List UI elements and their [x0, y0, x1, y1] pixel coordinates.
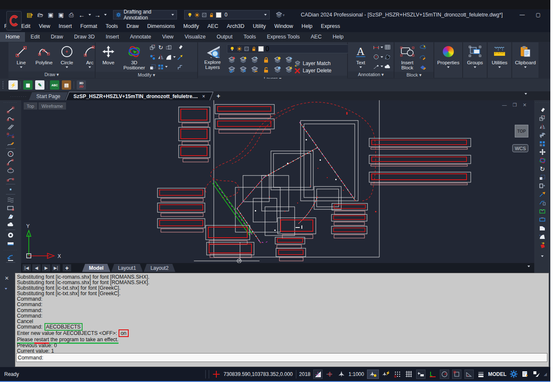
new-tab-button[interactable]: +: [217, 92, 221, 99]
ribbon-tab[interactable]: Draw 3D: [69, 32, 100, 42]
workspace-dropdown[interactable]: Drafting and Annotation: [113, 10, 177, 19]
ortho-mode-icon[interactable]: [428, 370, 437, 378]
tool-erase-icon[interactable]: [537, 106, 548, 114]
tool-donut-icon[interactable]: [5, 231, 16, 239]
snap-grid-dots-icon[interactable]: [393, 370, 402, 378]
layer-freeze2-icon[interactable]: [283, 55, 294, 64]
layer-vpfreeze-icon[interactable]: [272, 65, 283, 74]
ribbon-tab[interactable]: View: [157, 32, 179, 42]
scale-icon[interactable]: [149, 63, 156, 70]
viewport-view-label[interactable]: Top: [24, 102, 37, 110]
annotation-panel-footer[interactable]: Annotation ▾: [348, 71, 394, 78]
ribbon-tab[interactable]: Insert: [100, 32, 124, 42]
tool-dline-icon[interactable]: [5, 123, 16, 131]
layer-unisolate-icon[interactable]: [237, 55, 249, 64]
menu-item[interactable]: Format: [76, 21, 102, 31]
maximize-button[interactable]: ▢: [536, 12, 541, 18]
toolbar-grip[interactable]: [3, 81, 5, 89]
layer-on-all-icon[interactable]: [226, 65, 237, 74]
polar-tracking-icon[interactable]: [440, 370, 449, 379]
export-excel-icon[interactable]: ▦: [23, 80, 33, 90]
layer-merge-icon[interactable]: [283, 65, 294, 74]
last-tab-button[interactable]: ▶|: [52, 264, 60, 271]
stretch-icon[interactable]: [165, 44, 172, 51]
new-drawing-icon[interactable]: ▤✦: [26, 11, 33, 19]
viewport-style-label[interactable]: Wireframe: [39, 102, 66, 110]
dynamic-ucs-icon[interactable]: [313, 370, 323, 379]
menu-item[interactable]: Dimensions: [143, 21, 179, 31]
offset-icon[interactable]: [149, 54, 156, 60]
tool-fillet-icon[interactable]: [537, 233, 548, 241]
tool-circle-icon[interactable]: [5, 150, 16, 158]
doc-close-icon[interactable]: ✕: [523, 102, 527, 108]
layer-isolate-icon[interactable]: [226, 55, 237, 64]
layer-freeze-icon[interactable]: [249, 55, 260, 64]
clipboard-button[interactable]: Clipboard: [514, 43, 537, 77]
rotate-icon[interactable]: ↻: [157, 44, 164, 51]
tool-arc-icon[interactable]: [5, 158, 16, 166]
tool-named-views-icon[interactable]: [5, 253, 16, 261]
status-gear-icon[interactable]: [509, 370, 518, 378]
layer-unlock2-icon[interactable]: [260, 65, 271, 74]
text-button[interactable]: A Text: [350, 43, 372, 71]
tab-layout1[interactable]: Layout1: [111, 264, 143, 272]
tool-offset-icon[interactable]: [537, 131, 548, 139]
status-model-space[interactable]: MODEL: [488, 371, 506, 377]
command-input[interactable]: Command:: [16, 353, 547, 362]
tool-chamfer-icon[interactable]: [537, 224, 548, 232]
menu-item[interactable]: Utility: [249, 21, 270, 31]
fillet-icon[interactable]: [165, 54, 172, 60]
menu-item[interactable]: Modify: [179, 21, 203, 31]
menu-item[interactable]: Tools: [101, 21, 122, 31]
dimension-icon[interactable]: [373, 44, 380, 51]
tool-spline-icon[interactable]: [5, 131, 16, 139]
layer-walk-icon[interactable]: [237, 65, 249, 74]
ribbon-tab[interactable]: Express Tools: [261, 32, 305, 42]
tab-drawing[interactable]: SzSP_HSZR+HSZLV+15mTIN_dronozott_felulet…: [66, 92, 213, 100]
layer-delete-button[interactable]: Layer Delete: [294, 68, 331, 74]
tool-3d-positioner-icon[interactable]: [537, 156, 548, 164]
save-icon[interactable]: ▣: [47, 11, 54, 19]
lineweight-icon[interactable]: [477, 370, 485, 378]
layer-lock-icon[interactable]: [260, 55, 271, 64]
tool-plane-icon[interactable]: [5, 239, 16, 247]
tool-hatch-icon[interactable]: [5, 212, 16, 220]
tab-model[interactable]: Model: [82, 264, 110, 272]
tool-break-icon[interactable]: [537, 207, 548, 215]
mirror-icon[interactable]: [157, 54, 164, 60]
ribbon-tab[interactable]: AEC: [305, 32, 327, 42]
print-icon[interactable]: ⎙: [68, 11, 75, 19]
layer-match-button[interactable]: Layer Match: [294, 60, 331, 66]
tab-start-page[interactable]: Start Page: [29, 92, 68, 100]
ribbon-tab[interactable]: Help: [327, 32, 349, 42]
prev-tab-button[interactable]: ◀: [32, 264, 41, 271]
tool-copy-icon[interactable]: [537, 114, 548, 122]
open-icon[interactable]: 🗁: [36, 11, 44, 19]
menu-item[interactable]: Arch3D: [223, 21, 249, 31]
redo-icon[interactable]: →: [94, 11, 101, 19]
tab-close-icon[interactable]: ×: [202, 93, 205, 99]
ribbon-tab[interactable]: Visualize: [179, 32, 211, 42]
menu-item[interactable]: AEC: [203, 21, 223, 31]
doc-minimize-icon[interactable]: —: [502, 102, 507, 108]
tool-extend-icon[interactable]: [537, 199, 548, 207]
menu-item[interactable]: Express: [317, 21, 344, 31]
wipeout-icon[interactable]: [384, 54, 391, 60]
layer-off-icon[interactable]: [272, 55, 283, 64]
annotation-visibility-icon[interactable]: [337, 370, 345, 378]
block-attr-icon[interactable]: [419, 64, 426, 71]
redo-caret[interactable]: [104, 14, 107, 16]
app-logo[interactable]: [6, 11, 22, 30]
ribbon-tab[interactable]: Tools: [238, 32, 261, 42]
layout-overflow-caret[interactable]: [527, 266, 530, 267]
centermark-icon[interactable]: [373, 54, 380, 60]
grid-display-icon[interactable]: [405, 370, 413, 378]
save-as-icon[interactable]: ▣̟: [57, 11, 64, 19]
object-snap-tracking-icon[interactable]: [464, 370, 474, 379]
layer-thaw-all-icon[interactable]: [249, 65, 260, 74]
edit-table-icon[interactable]: ✎: [35, 80, 44, 90]
array-caret[interactable]: [165, 66, 168, 68]
paste-special-icon[interactable]: ▤: [62, 80, 71, 90]
dynamic-input-icon[interactable]: [326, 370, 334, 378]
view-cube[interactable]: TOP: [515, 125, 528, 137]
